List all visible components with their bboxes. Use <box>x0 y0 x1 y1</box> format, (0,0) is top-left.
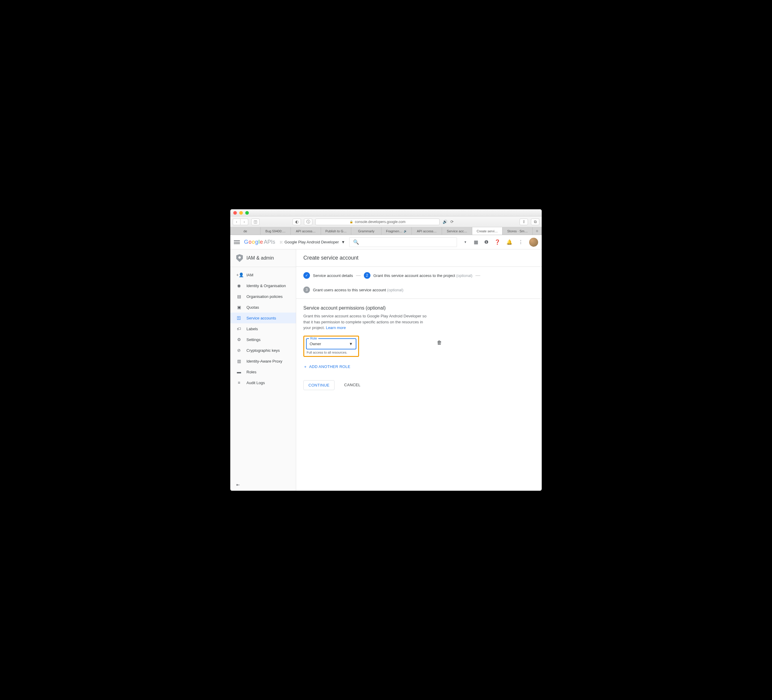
sidebar-item-cryptokeys[interactable]: ⊘Cryptographic keys <box>230 345 296 356</box>
avatar[interactable] <box>529 238 538 247</box>
url-bar[interactable]: 🔒 console.developers.google.com <box>315 219 440 225</box>
role-value: Owner <box>310 342 321 346</box>
tab-6[interactable]: API access… <box>412 227 442 235</box>
role-hint: Full access to all resources. <box>306 351 357 354</box>
sidebar-item-iap[interactable]: ▥Identity-Aware Proxy <box>230 356 296 366</box>
main-content: Create service account ✓ Service account… <box>296 249 542 491</box>
new-tab[interactable]: + <box>533 227 542 235</box>
continue-button[interactable]: CONTINUE <box>303 380 334 390</box>
project-icon: ⁙ <box>280 240 282 245</box>
notifications-icon[interactable]: 🔔 <box>506 239 512 245</box>
window-maximize[interactable] <box>245 211 249 215</box>
tabs-icon[interactable]: ⧉ <box>531 219 539 225</box>
lock-icon: 🔒 <box>350 220 353 223</box>
roles-icon: ▬ <box>236 370 242 374</box>
gift-icon[interactable]: ▦ <box>474 239 478 245</box>
dropdown-icon: ▼ <box>341 240 345 244</box>
sidebar-toggle-icon[interactable]: ◫ <box>251 219 260 225</box>
extension-icon[interactable]: ◐ <box>293 219 301 225</box>
shield-icon <box>236 254 243 262</box>
reload-icon[interactable]: ⟳ <box>450 219 454 224</box>
more-icon[interactable]: ⋮ <box>518 239 523 245</box>
sidebar-item-orgpolicies[interactable]: ▤Organisation policies <box>230 291 296 302</box>
menu-icon[interactable] <box>234 240 240 244</box>
sidebar-title: IAM & admin <box>230 249 296 267</box>
sidebar-item-auditlogs[interactable]: ≡Audit Logs <box>230 377 296 388</box>
tab-5[interactable]: Fragmen…🔊 <box>381 227 412 235</box>
tag-icon: 🏷 <box>236 326 242 331</box>
alert-icon[interactable]: ❶ <box>484 239 488 245</box>
help-icon[interactable]: ❓ <box>494 239 500 245</box>
window-close[interactable] <box>233 211 237 215</box>
tab-0[interactable]: de <box>230 227 260 235</box>
cancel-button[interactable]: CANCEL <box>339 380 365 390</box>
learn-more-link[interactable]: Learn more <box>326 325 345 330</box>
proxy-icon: ▥ <box>236 359 242 363</box>
stepper: ✓ Service account details — 2 Grant this… <box>296 267 542 299</box>
chevron-down-icon: ▼ <box>349 342 353 346</box>
sidebar-item-roles[interactable]: ▬Roles <box>230 366 296 377</box>
role-field-label: Role <box>309 337 318 340</box>
sidebar-item-iam[interactable]: +👤IAM <box>230 270 296 280</box>
role-highlight: Role Owner ▼ Full access to all resource… <box>303 335 359 357</box>
google-apis-logo[interactable]: Google APIs <box>244 239 275 245</box>
share-icon[interactable]: ⇪ <box>520 219 528 225</box>
project-picker[interactable]: ⁙ Google Play Android Developer ▼ <box>280 240 345 245</box>
browser-toolbar: ‹ › ◫ ◐ ⓘ 🔒 console.developers.google.co… <box>230 216 542 227</box>
lock-icon: ⊘ <box>236 348 242 353</box>
sound-indicator-icon: 🔊 <box>404 230 407 233</box>
account-icon: ◉ <box>236 283 242 288</box>
tab-3[interactable]: Publish to G… <box>321 227 351 235</box>
tab-1[interactable]: Bug 59400:… <box>260 227 291 235</box>
quota-icon: ▣ <box>236 305 242 309</box>
sidebar: IAM & admin +👤IAM ◉Identity & Organisati… <box>230 249 296 491</box>
doc-icon: ▤ <box>236 294 242 299</box>
sidebar-item-identity[interactable]: ◉Identity & Organisation <box>230 280 296 291</box>
step2-label[interactable]: Grant this service account access to the… <box>373 273 473 278</box>
tab-7[interactable]: Service acc… <box>442 227 472 235</box>
logs-icon: ≡ <box>236 380 242 385</box>
delete-role-icon[interactable]: 🗑 <box>437 340 442 346</box>
section-name: IAM & admin <box>247 255 274 261</box>
step3-badge: 3 <box>303 286 310 293</box>
gear-icon: ⚙ <box>236 337 242 342</box>
sidebar-item-quotas[interactable]: ▣Quotas <box>230 302 296 312</box>
role-select[interactable]: Role Owner ▼ <box>306 339 357 349</box>
step2-badge: 2 <box>364 272 370 279</box>
key-icon: ⚿ <box>236 316 242 321</box>
tab-8[interactable]: Create servi… <box>472 227 502 235</box>
info-icon[interactable]: ⓘ <box>304 219 312 225</box>
tab-2[interactable]: API access… <box>291 227 321 235</box>
search-input[interactable]: 🔍 <box>349 237 457 247</box>
nav-forward[interactable]: › <box>240 219 248 225</box>
gcp-header: Google APIs ⁙ Google Play Android Develo… <box>230 235 542 249</box>
sidebar-item-settings[interactable]: ⚙Settings <box>230 334 296 345</box>
browser-tabs: de Bug 59400:… API access… Publish to G…… <box>230 227 542 235</box>
project-name: Google Play Android Developer <box>285 240 339 244</box>
page-title: Create service account <box>303 255 535 261</box>
check-icon: ✓ <box>303 272 310 279</box>
sidebar-item-serviceaccounts[interactable]: ⚿Service accounts <box>230 312 296 323</box>
section-heading: Service account permissions (optional) <box>303 306 535 311</box>
sound-icon[interactable]: 🔊 <box>443 219 447 224</box>
collapse-sidebar[interactable]: ⇤ <box>230 479 296 491</box>
section-description: Grant this service account access to Goo… <box>303 313 429 331</box>
step1-label[interactable]: Service account details <box>313 273 353 278</box>
tab-9[interactable]: Stores · Sm… <box>502 227 533 235</box>
add-another-role[interactable]: ＋ ADD ANOTHER ROLE <box>303 364 535 370</box>
step3-label[interactable]: Grant users access to this service accou… <box>313 288 403 292</box>
sidebar-item-labels[interactable]: 🏷Labels <box>230 323 296 334</box>
url-text: console.developers.google.com <box>355 220 406 224</box>
nav-back[interactable]: ‹ <box>233 219 240 225</box>
search-filter-dropdown[interactable]: ▼ <box>461 240 469 244</box>
tab-4[interactable]: Grammarly <box>351 227 381 235</box>
plus-icon: ＋ <box>303 364 307 370</box>
search-icon: 🔍 <box>353 239 359 245</box>
person-icon: +👤 <box>236 272 242 277</box>
macos-titlebar <box>230 209 542 216</box>
window-minimize[interactable] <box>239 211 243 215</box>
